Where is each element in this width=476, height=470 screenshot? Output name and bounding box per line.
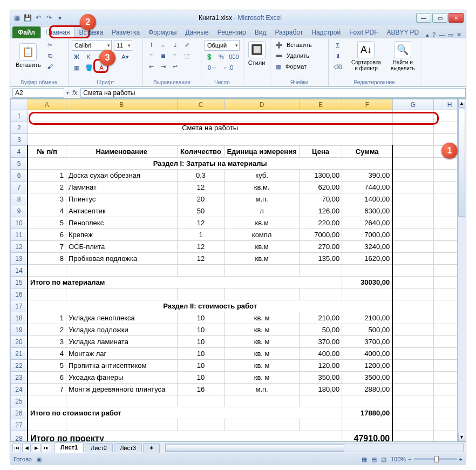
cell[interactable]: 4 [28, 205, 66, 217]
cell[interactable]: кв. м [225, 324, 299, 336]
cell[interactable]: кв. м [225, 348, 299, 360]
cell[interactable]: 370,00 [299, 336, 342, 348]
cell[interactable]: 400,00 [299, 348, 342, 360]
cell[interactable]: Укладка подложки [66, 324, 177, 336]
cell[interactable]: Единица измерения [225, 146, 299, 158]
row-header[interactable]: 10 [11, 217, 28, 229]
zoom-level[interactable]: 100% [391, 456, 406, 462]
zoom-slider[interactable] [414, 458, 457, 460]
cell[interactable]: 17880,00 [342, 407, 393, 419]
doc-minimize-icon[interactable]: — [439, 31, 445, 38]
cell[interactable]: кв.м [225, 241, 299, 253]
qat-dropdown-icon[interactable]: ▾ [56, 14, 64, 22]
italic-button[interactable]: К [84, 52, 93, 62]
row-header[interactable]: 28 [11, 431, 28, 442]
borders-button[interactable]: ▦ [72, 63, 81, 72]
cell[interactable]: Сумма [342, 146, 393, 158]
scroll-thumb[interactable] [458, 109, 465, 217]
row-header[interactable]: 21 [11, 348, 28, 360]
close-button[interactable]: ✕ [448, 13, 464, 23]
percent-button[interactable]: % [216, 52, 226, 62]
view-normal-icon[interactable]: ▦ [362, 456, 367, 463]
bold-button[interactable]: Ж [72, 52, 81, 62]
decrease-decimal-button[interactable]: ←.0 [221, 63, 235, 72]
cell[interactable]: Крепеж [66, 229, 177, 241]
cell[interactable]: ОСБ-плита [66, 241, 177, 253]
cell[interactable]: 2 [28, 182, 66, 193]
cell[interactable]: 10 [177, 312, 225, 324]
cell[interactable]: 12 [177, 182, 225, 193]
cut-button[interactable]: ✂ [45, 40, 55, 50]
orientation-button[interactable]: ⤢ [182, 40, 192, 50]
vertical-scrollbar[interactable]: ▲ ▼ [457, 99, 466, 441]
cell[interactable]: Антисептик [66, 205, 177, 217]
cell[interactable]: 3 [28, 193, 66, 205]
cell[interactable]: Монтаж лаг [66, 348, 177, 360]
col-header-a[interactable]: A [28, 99, 66, 110]
row-header[interactable]: 11 [11, 229, 28, 241]
cell[interactable]: 12 [177, 241, 225, 253]
align-right-button[interactable]: ≡ [170, 51, 180, 61]
cell[interactable]: 620,00 [299, 182, 342, 193]
font-size-select[interactable]: 11 [114, 40, 132, 51]
tab-formulas[interactable]: Формулы [144, 26, 181, 38]
cell[interactable]: 12 [177, 217, 225, 229]
tab-home[interactable]: Главная [40, 26, 75, 38]
row-header[interactable]: 1 [11, 110, 28, 122]
cell[interactable]: м.п. [225, 384, 299, 395]
shrink-font-button[interactable]: A▾ [120, 52, 130, 62]
row-header[interactable]: 26 [11, 407, 28, 419]
cell[interactable]: 7 [28, 384, 66, 395]
row-header[interactable]: 2 [11, 122, 28, 134]
sheet-tab-1[interactable]: Лист1 [55, 442, 84, 453]
find-select-button[interactable]: 🔍 Найти и выделить [389, 40, 417, 72]
macro-record-icon[interactable]: ▣ [36, 456, 42, 463]
sheet-nav-next-icon[interactable]: ▶ [32, 444, 40, 452]
paste-button[interactable]: 📋 Вставить [13, 42, 43, 69]
col-header-e[interactable]: E [299, 99, 342, 110]
select-all-button[interactable] [11, 99, 28, 110]
tab-foxit[interactable]: Foxit PDF [345, 26, 382, 38]
sheet-tab-3[interactable]: Лист3 [114, 443, 142, 452]
row-header[interactable]: 18 [11, 312, 28, 324]
cell[interactable]: 50 [177, 205, 225, 217]
tab-layout[interactable]: Разметка [107, 26, 144, 38]
sort-filter-button[interactable]: A↓ Сортировка и фильтр [349, 40, 383, 72]
align-left-button[interactable]: ≡ [146, 51, 156, 61]
cell[interactable]: 6 [28, 372, 66, 384]
align-top-button[interactable]: ⤒ [146, 40, 156, 50]
name-box[interactable]: A2 [12, 88, 64, 98]
cell[interactable]: 135,00 [299, 253, 342, 265]
align-middle-button[interactable]: ≡ [158, 40, 168, 50]
fill-color-button[interactable]: 🪣 [84, 63, 94, 72]
cell[interactable]: 1 [177, 229, 225, 241]
cell[interactable]: 10 [177, 360, 225, 372]
formula-input[interactable]: Смета на работы [80, 88, 466, 98]
ribbon-minimize-icon[interactable]: ▴ [426, 31, 429, 38]
view-pagebreak-icon[interactable]: ▧ [381, 456, 386, 463]
cell-title[interactable]: Смета на работы [28, 122, 392, 134]
cell[interactable]: 3700,00 [342, 336, 393, 348]
cell[interactable]: 390,00 [342, 170, 393, 182]
cell[interactable]: 500,00 [342, 324, 393, 336]
redo-icon[interactable]: ↷ [45, 14, 53, 22]
row-header[interactable]: 17 [11, 300, 28, 312]
autosum-button[interactable]: Σ [332, 41, 344, 50]
view-layout-icon[interactable]: ▤ [371, 456, 377, 463]
cell[interactable]: 20 [177, 193, 225, 205]
font-name-select[interactable]: Calibri [72, 40, 112, 51]
tab-data[interactable]: Данные [181, 26, 213, 38]
cell[interactable]: 1300,00 [299, 170, 342, 182]
cell[interactable]: 1 [28, 170, 66, 182]
wrap-text-button[interactable]: ↩ [170, 62, 180, 71]
cell[interactable]: Укладка ламината [66, 336, 177, 348]
row-header[interactable]: 23 [11, 372, 28, 384]
cell[interactable]: 5 [28, 360, 66, 372]
cell[interactable]: 1400,00 [342, 193, 393, 205]
cell[interactable]: 7440,00 [342, 182, 393, 193]
cell[interactable]: 2 [28, 324, 66, 336]
row-header[interactable]: 7 [11, 182, 28, 193]
cell[interactable]: Укоадка фанеры [66, 372, 177, 384]
cell[interactable]: 70,00 [299, 193, 342, 205]
new-sheet-button[interactable]: ✶ [143, 443, 160, 453]
